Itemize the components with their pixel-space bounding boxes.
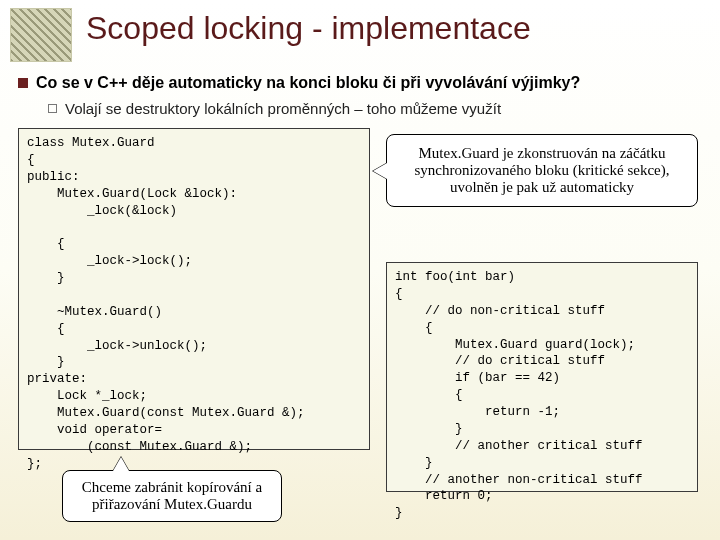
bullet-square-icon bbox=[18, 78, 28, 88]
slide-logo bbox=[10, 8, 72, 62]
bullet-hollow-square-icon bbox=[48, 104, 57, 113]
slide-title: Scoped locking - implementace bbox=[86, 10, 531, 47]
bullet-level-2: Volají se destruktory lokálních proměnný… bbox=[48, 100, 501, 117]
callout-construction-note: Mutex.Guard je zkonstruován na záčátku s… bbox=[386, 134, 698, 207]
callout-copy-prevention-note: Chceme zabránit kopírování a přiřazování… bbox=[62, 470, 282, 522]
bullet-text-2: Volají se destruktory lokálních proměnný… bbox=[65, 100, 501, 117]
bullet-level-1: Co se v C++ děje automaticky na konci bl… bbox=[18, 74, 580, 92]
bullet-text-1: Co se v C++ děje automaticky na konci bl… bbox=[36, 74, 580, 92]
code-block-usage-example: int foo(int bar) { // do non-critical st… bbox=[386, 262, 698, 492]
code-block-class-definition: class Mutex.Guard { public: Mutex.Guard(… bbox=[18, 128, 370, 450]
